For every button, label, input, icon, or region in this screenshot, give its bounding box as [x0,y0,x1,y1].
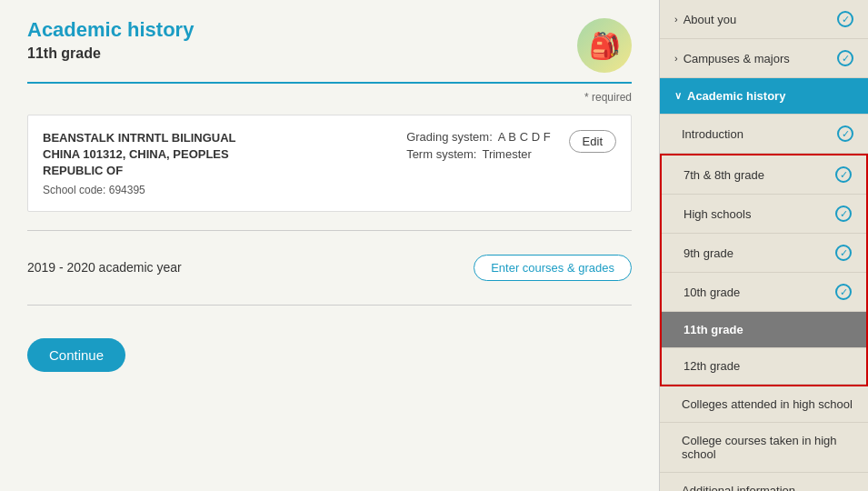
divider [27,230,632,231]
10th-check: ✓ [835,284,852,300]
page-header: Academic history 11th grade 🎒 [27,18,632,84]
school-code-value: 694395 [109,184,145,196]
college-courses-label: College courses taken in high school [682,434,853,461]
main-content: Academic history 11th grade 🎒 * required… [0,0,659,491]
9th-label: 9th grade [683,246,835,260]
sidebar-item-high-schools[interactable]: High schools ✓ [662,195,866,234]
about-you-toggle: › [674,14,678,25]
high-schools-check: ✓ [835,205,852,222]
sidebar-item-campuses[interactable]: › Campuses & majors ✓ [660,39,868,78]
term-label: Term system: [406,147,476,161]
required-note: * required [27,91,632,104]
campuses-toggle: › [674,53,678,64]
campuses-label: Campuses & majors [683,52,837,65]
sidebar-red-group: 7th & 8th grade ✓ High schools ✓ 9th gra… [660,154,868,386]
sidebar-item-college-courses[interactable]: College courses taken in high school [660,423,868,473]
11th-label: 11th grade [683,323,852,336]
sidebar: › About you ✓ › Campuses & majors ✓ ∨ Ac… [659,0,868,491]
page-title: Academic history [27,18,194,42]
academic-history-label: Academic history [687,89,853,103]
school-system: Grading system: A B C D F Term system: T… [406,130,550,165]
sidebar-item-colleges-attended[interactable]: Colleges attended in high school [660,386,868,423]
sidebar-item-10th[interactable]: 10th grade ✓ [662,273,866,312]
introduction-check: ✓ [837,125,853,142]
school-name: BEANSTALK INTRNTL BILINGUALCHINA 101312,… [43,130,379,180]
header-left: Academic history 11th grade [27,18,194,62]
sidebar-item-7th-8th[interactable]: 7th & 8th grade ✓ [662,155,866,195]
academic-history-toggle: ∨ [674,90,682,102]
sidebar-item-additional-info[interactable]: Additional information [660,473,868,491]
divider-2 [27,305,632,306]
9th-check: ✓ [835,245,852,261]
grading-value: A B C D F [498,130,551,144]
enter-courses-button[interactable]: Enter courses & grades [474,255,632,281]
term-value: Trimester [482,147,531,161]
school-code: School code: 694395 [43,184,379,196]
grading-row: Grading system: A B C D F [406,130,550,144]
10th-label: 10th grade [683,286,835,299]
sidebar-item-11th[interactable]: 11th grade [662,312,866,348]
sidebar-item-9th[interactable]: 9th grade ✓ [662,234,866,273]
additional-info-label: Additional information [682,484,853,491]
12th-label: 12th grade [683,359,852,373]
campuses-check: ✓ [837,50,853,66]
edit-button[interactable]: Edit [569,130,616,153]
sidebar-item-12th[interactable]: 12th grade [662,348,866,385]
school-card: BEANSTALK INTRNTL BILINGUALCHINA 101312,… [27,115,632,212]
7th-8th-check: ✓ [835,166,852,183]
colleges-attended-label: Colleges attended in high school [682,397,853,411]
high-schools-label: High schools [683,207,835,221]
page-subtitle: 11th grade [27,45,194,62]
about-you-check: ✓ [837,11,853,27]
grading-label: Grading system: [406,130,493,144]
sidebar-section-academic-history[interactable]: ∨ Academic history [660,78,868,115]
school-card-inner: BEANSTALK INTRNTL BILINGUALCHINA 101312,… [43,130,616,196]
school-code-label: School code: [43,184,105,196]
academic-year-label: 2019 - 2020 academic year [27,260,182,275]
sidebar-item-about-you[interactable]: › About you ✓ [660,0,868,39]
introduction-label: Introduction [682,127,837,141]
about-you-label: About you [683,13,837,26]
avatar: 🎒 [577,18,632,73]
continue-button[interactable]: Continue [27,338,125,372]
term-row: Term system: Trimester [406,147,550,161]
sidebar-item-introduction[interactable]: Introduction ✓ [660,115,868,154]
school-info: BEANSTALK INTRNTL BILINGUALCHINA 101312,… [43,130,379,196]
7th-8th-label: 7th & 8th grade [683,168,835,182]
academic-year-row: 2019 - 2020 academic year Enter courses … [27,246,632,290]
